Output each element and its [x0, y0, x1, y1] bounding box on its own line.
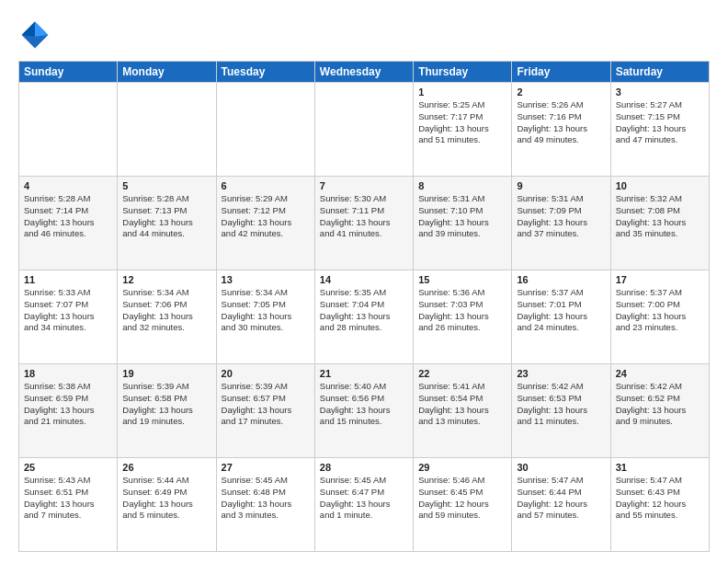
calendar-cell: 19Sunrise: 5:39 AM Sunset: 6:58 PM Dayli…	[118, 364, 216, 458]
header	[18, 15, 710, 52]
day-number: 6	[222, 180, 310, 191]
day-header: Thursday	[414, 62, 512, 83]
calendar-header-row: SundayMondayTuesdayWednesdayThursdayFrid…	[19, 62, 710, 83]
day-number: 4	[24, 180, 112, 191]
calendar-cell: 23Sunrise: 5:42 AM Sunset: 6:53 PM Dayli…	[512, 364, 610, 458]
day-info: Sunrise: 5:42 AM Sunset: 6:53 PM Dayligh…	[517, 381, 605, 428]
day-number: 21	[320, 368, 408, 379]
calendar-cell: 7Sunrise: 5:30 AM Sunset: 7:11 PM Daylig…	[314, 177, 413, 270]
day-info: Sunrise: 5:30 AM Sunset: 7:11 PM Dayligh…	[320, 193, 408, 240]
day-number: 25	[24, 462, 112, 473]
day-info: Sunrise: 5:45 AM Sunset: 6:48 PM Dayligh…	[222, 475, 310, 522]
day-number: 1	[418, 86, 506, 98]
calendar-cell: 4Sunrise: 5:28 AM Sunset: 7:14 PM Daylig…	[19, 177, 118, 270]
day-number: 9	[517, 180, 605, 191]
day-number: 29	[418, 462, 506, 473]
day-info: Sunrise: 5:33 AM Sunset: 7:07 PM Dayligh…	[24, 287, 112, 334]
calendar-cell: 22Sunrise: 5:41 AM Sunset: 6:54 PM Dayli…	[414, 364, 512, 458]
day-number: 11	[24, 274, 112, 285]
calendar-cell: 11Sunrise: 5:33 AM Sunset: 7:07 PM Dayli…	[19, 270, 118, 364]
day-info: Sunrise: 5:25 AM Sunset: 7:17 PM Dayligh…	[418, 99, 506, 146]
day-number: 19	[122, 368, 210, 379]
day-info: Sunrise: 5:36 AM Sunset: 7:03 PM Dayligh…	[418, 287, 506, 334]
day-number: 27	[222, 462, 310, 473]
day-info: Sunrise: 5:27 AM Sunset: 7:15 PM Dayligh…	[616, 99, 704, 146]
day-header: Sunday	[19, 62, 118, 83]
calendar-cell: 1Sunrise: 5:25 AM Sunset: 7:17 PM Daylig…	[414, 83, 512, 177]
calendar-cell: 24Sunrise: 5:42 AM Sunset: 6:52 PM Dayli…	[610, 364, 709, 458]
calendar-week-row: 4Sunrise: 5:28 AM Sunset: 7:14 PM Daylig…	[19, 177, 710, 270]
calendar-cell: 14Sunrise: 5:35 AM Sunset: 7:04 PM Dayli…	[314, 270, 413, 364]
day-info: Sunrise: 5:38 AM Sunset: 6:59 PM Dayligh…	[24, 381, 112, 428]
day-info: Sunrise: 5:35 AM Sunset: 7:04 PM Dayligh…	[320, 287, 408, 334]
day-header: Wednesday	[314, 62, 413, 83]
calendar-week-row: 11Sunrise: 5:33 AM Sunset: 7:07 PM Dayli…	[19, 270, 710, 364]
calendar-cell: 27Sunrise: 5:45 AM Sunset: 6:48 PM Dayli…	[216, 458, 314, 552]
day-info: Sunrise: 5:26 AM Sunset: 7:16 PM Dayligh…	[517, 99, 605, 146]
day-number: 8	[418, 180, 506, 191]
day-number: 12	[122, 274, 210, 285]
day-info: Sunrise: 5:37 AM Sunset: 7:01 PM Dayligh…	[517, 287, 605, 334]
calendar-cell: 5Sunrise: 5:28 AM Sunset: 7:13 PM Daylig…	[118, 177, 216, 270]
calendar-cell: 6Sunrise: 5:29 AM Sunset: 7:12 PM Daylig…	[216, 177, 314, 270]
day-info: Sunrise: 5:47 AM Sunset: 6:44 PM Dayligh…	[517, 475, 605, 522]
svg-marker-2	[22, 22, 35, 37]
calendar-cell: 29Sunrise: 5:46 AM Sunset: 6:45 PM Dayli…	[414, 458, 512, 552]
day-info: Sunrise: 5:46 AM Sunset: 6:45 PM Dayligh…	[418, 475, 506, 522]
day-info: Sunrise: 5:37 AM Sunset: 7:00 PM Dayligh…	[616, 287, 704, 334]
day-number: 30	[517, 462, 605, 473]
day-info: Sunrise: 5:43 AM Sunset: 6:51 PM Dayligh…	[24, 475, 112, 522]
calendar-cell: 25Sunrise: 5:43 AM Sunset: 6:51 PM Dayli…	[19, 458, 118, 552]
day-info: Sunrise: 5:41 AM Sunset: 6:54 PM Dayligh…	[418, 381, 506, 428]
day-header: Friday	[512, 62, 610, 83]
day-info: Sunrise: 5:28 AM Sunset: 7:14 PM Dayligh…	[24, 193, 112, 240]
calendar-cell: 17Sunrise: 5:37 AM Sunset: 7:00 PM Dayli…	[610, 270, 709, 364]
calendar-cell: 18Sunrise: 5:38 AM Sunset: 6:59 PM Dayli…	[19, 364, 118, 458]
day-number: 28	[320, 462, 408, 473]
calendar-cell	[19, 83, 118, 177]
day-info: Sunrise: 5:29 AM Sunset: 7:12 PM Dayligh…	[222, 193, 310, 240]
calendar-cell: 28Sunrise: 5:45 AM Sunset: 6:47 PM Dayli…	[314, 458, 413, 552]
calendar-cell: 21Sunrise: 5:40 AM Sunset: 6:56 PM Dayli…	[314, 364, 413, 458]
calendar-cell: 10Sunrise: 5:32 AM Sunset: 7:08 PM Dayli…	[610, 177, 709, 270]
day-number: 17	[616, 274, 704, 285]
calendar: SundayMondayTuesdayWednesdayThursdayFrid…	[18, 61, 710, 552]
day-number: 31	[616, 462, 704, 473]
day-number: 10	[616, 180, 704, 191]
day-info: Sunrise: 5:42 AM Sunset: 6:52 PM Dayligh…	[616, 381, 704, 428]
calendar-cell	[314, 83, 413, 177]
calendar-week-row: 25Sunrise: 5:43 AM Sunset: 6:51 PM Dayli…	[19, 458, 710, 552]
calendar-week-row: 18Sunrise: 5:38 AM Sunset: 6:59 PM Dayli…	[19, 364, 710, 458]
calendar-cell	[118, 83, 216, 177]
day-info: Sunrise: 5:31 AM Sunset: 7:09 PM Dayligh…	[517, 193, 605, 240]
day-header: Monday	[118, 62, 216, 83]
day-number: 3	[616, 86, 704, 98]
day-number: 18	[24, 368, 112, 379]
calendar-cell: 30Sunrise: 5:47 AM Sunset: 6:44 PM Dayli…	[512, 458, 610, 552]
calendar-cell: 12Sunrise: 5:34 AM Sunset: 7:06 PM Dayli…	[118, 270, 216, 364]
day-header: Saturday	[610, 62, 709, 83]
day-info: Sunrise: 5:34 AM Sunset: 7:05 PM Dayligh…	[222, 287, 310, 334]
page: SundayMondayTuesdayWednesdayThursdayFrid…	[0, 0, 728, 563]
calendar-cell: 9Sunrise: 5:31 AM Sunset: 7:09 PM Daylig…	[512, 177, 610, 270]
calendar-cell: 15Sunrise: 5:36 AM Sunset: 7:03 PM Dayli…	[414, 270, 512, 364]
day-number: 13	[222, 274, 310, 285]
calendar-cell: 26Sunrise: 5:44 AM Sunset: 6:49 PM Dayli…	[118, 458, 216, 552]
day-number: 24	[616, 368, 704, 379]
day-info: Sunrise: 5:34 AM Sunset: 7:06 PM Dayligh…	[122, 287, 210, 334]
day-number: 14	[320, 274, 408, 285]
day-number: 20	[222, 368, 310, 379]
calendar-cell: 31Sunrise: 5:47 AM Sunset: 6:43 PM Dayli…	[610, 458, 709, 552]
day-info: Sunrise: 5:44 AM Sunset: 6:49 PM Dayligh…	[122, 475, 210, 522]
day-info: Sunrise: 5:45 AM Sunset: 6:47 PM Dayligh…	[320, 475, 408, 522]
day-number: 26	[122, 462, 210, 473]
calendar-cell: 3Sunrise: 5:27 AM Sunset: 7:15 PM Daylig…	[610, 83, 709, 177]
day-header: Tuesday	[216, 62, 314, 83]
day-info: Sunrise: 5:40 AM Sunset: 6:56 PM Dayligh…	[320, 381, 408, 428]
day-info: Sunrise: 5:28 AM Sunset: 7:13 PM Dayligh…	[122, 193, 210, 240]
day-number: 7	[320, 180, 408, 191]
day-info: Sunrise: 5:47 AM Sunset: 6:43 PM Dayligh…	[616, 475, 704, 522]
calendar-cell: 2Sunrise: 5:26 AM Sunset: 7:16 PM Daylig…	[512, 83, 610, 177]
day-info: Sunrise: 5:39 AM Sunset: 6:57 PM Dayligh…	[222, 381, 310, 428]
svg-marker-1	[35, 22, 48, 37]
